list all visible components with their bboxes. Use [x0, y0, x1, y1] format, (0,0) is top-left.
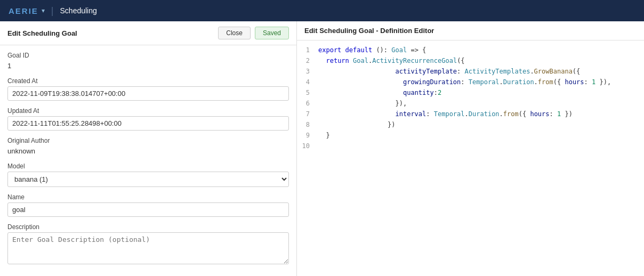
- line-content-7: interval: Temporal.Duration.from({ hours…: [318, 109, 573, 119]
- code-line-2: 2 return Goal.ActivityRecurrenceGoal({: [297, 55, 644, 66]
- code-line-5: 5 quantity:2: [297, 87, 644, 98]
- line-num-5: 5: [297, 87, 318, 98]
- nav-chevron-icon: ▾: [42, 7, 45, 14]
- right-panel-header: Edit Scheduling Goal - Definition Editor: [297, 21, 644, 40]
- goal-id-label: Goal ID: [7, 52, 289, 59]
- model-field: Model banana (1): [7, 163, 289, 187]
- line-content-4: growingDuration: Temporal.Duration.from(…: [318, 77, 611, 87]
- description-label: Description: [7, 223, 289, 231]
- close-button[interactable]: Close: [218, 27, 251, 39]
- code-line-10: 10: [297, 141, 644, 151]
- line-content-1: export default (): Goal => {: [318, 45, 426, 55]
- header-buttons: Close Saved: [218, 27, 289, 39]
- line-content-9: }: [318, 130, 330, 141]
- line-num-9: 9: [297, 130, 318, 141]
- form-content: Goal ID 1 Created At Updated At Original…: [0, 45, 296, 271]
- description-field: Description: [7, 223, 289, 264]
- line-num-4: 4: [297, 77, 318, 87]
- code-line-4: 4 growingDuration: Temporal.Duration.fro…: [297, 77, 644, 87]
- saved-button[interactable]: Saved: [255, 27, 289, 39]
- line-num-7: 7: [297, 109, 318, 119]
- top-nav: AERIE ▾ | Scheduling: [0, 0, 644, 21]
- right-panel: Edit Scheduling Goal - Definition Editor…: [297, 21, 644, 276]
- original-author-field: Original Author unknown: [7, 137, 289, 156]
- name-field: Name: [7, 193, 289, 217]
- original-author-label: Original Author: [7, 137, 289, 144]
- code-line-9: 9 }: [297, 130, 644, 141]
- nav-divider: |: [51, 5, 54, 17]
- line-content-8: }): [318, 119, 396, 130]
- line-content-5: quantity:2: [318, 87, 441, 98]
- logo-text: AERIE: [9, 6, 38, 15]
- line-content-6: }),: [318, 98, 407, 109]
- line-content-3: activityTemplate: ActivityTemplates.Grow…: [318, 66, 580, 77]
- model-label: Model: [7, 163, 289, 170]
- goal-id-field: Goal ID 1: [7, 52, 289, 71]
- name-input[interactable]: [7, 202, 289, 217]
- line-num-6: 6: [297, 98, 318, 109]
- updated-at-field: Updated At: [7, 107, 289, 131]
- name-label: Name: [7, 193, 289, 201]
- code-line-7: 7 interval: Temporal.Duration.from({ hou…: [297, 109, 644, 119]
- line-num-8: 8: [297, 119, 318, 130]
- line-num-1: 1: [297, 45, 318, 55]
- line-num-3: 3: [297, 66, 318, 77]
- left-panel-title: Edit Scheduling Goal: [7, 29, 77, 37]
- updated-at-label: Updated At: [7, 107, 289, 115]
- goal-id-value: 1: [7, 61, 289, 71]
- line-num-10: 10: [297, 141, 318, 151]
- code-line-6: 6 }),: [297, 98, 644, 109]
- updated-at-input[interactable]: [7, 116, 289, 131]
- created-at-label: Created At: [7, 77, 289, 85]
- code-line-3: 3 activityTemplate: ActivityTemplates.Gr…: [297, 66, 644, 77]
- main-container: Edit Scheduling Goal Close Saved Goal ID…: [0, 21, 644, 276]
- left-panel-header: Edit Scheduling Goal Close Saved: [0, 21, 296, 45]
- code-editor[interactable]: 1 export default (): Goal => { 2 return …: [297, 40, 644, 276]
- nav-title: Scheduling: [60, 6, 97, 15]
- created-at-input[interactable]: [7, 86, 289, 101]
- line-num-2: 2: [297, 55, 318, 66]
- code-line-1: 1 export default (): Goal => {: [297, 45, 644, 55]
- right-panel-title: Edit Scheduling Goal - Definition Editor: [304, 27, 434, 35]
- nav-logo[interactable]: AERIE ▾: [9, 6, 45, 15]
- description-textarea[interactable]: [7, 232, 289, 264]
- created-at-field: Created At: [7, 77, 289, 101]
- code-line-8: 8 }): [297, 119, 644, 130]
- model-select[interactable]: banana (1): [7, 172, 289, 187]
- left-panel: Edit Scheduling Goal Close Saved Goal ID…: [0, 21, 297, 276]
- original-author-value: unknown: [7, 146, 289, 156]
- line-content-2: return Goal.ActivityRecurrenceGoal({: [318, 55, 465, 66]
